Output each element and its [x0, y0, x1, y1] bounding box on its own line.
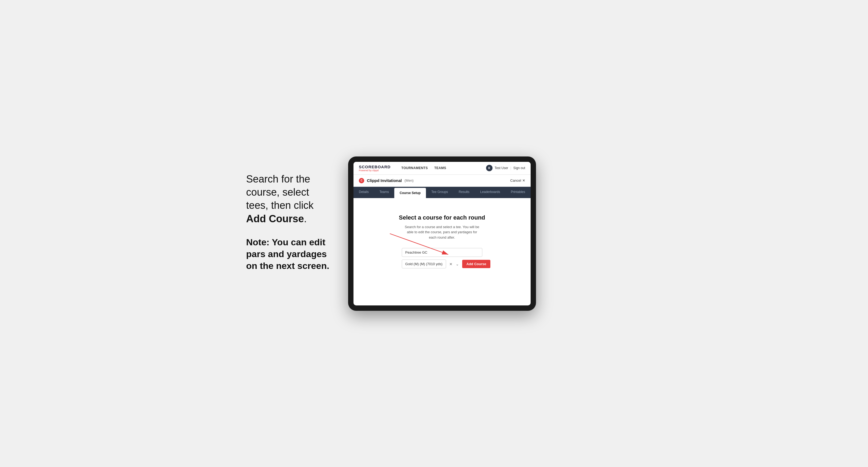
tablet-screen: SCOREBOARD Powered by clippd TOURNAMENTS… — [353, 162, 531, 305]
tab-details[interactable]: Details — [353, 187, 374, 198]
tournament-header: C Clippd Invitational (Men) Cancel ✕ — [353, 175, 531, 187]
logo-subtitle: Powered by clippd — [359, 169, 391, 172]
tab-results[interactable]: Results — [453, 187, 475, 198]
section-description: Search for a course and select a tee. Yo… — [404, 224, 479, 240]
tee-select-row: Gold (M) (M) (7010 yds) ✕ ⌄ Add Course — [402, 259, 482, 269]
instruction-text: Search for the course, select tees, then… — [246, 173, 332, 226]
sidebar-instructions: Search for the course, select tees, then… — [246, 156, 332, 272]
tournament-title-area: C Clippd Invitational (Men) — [359, 178, 413, 183]
main-content: Select a course for each round Search fo… — [353, 198, 531, 305]
user-name: Test User — [495, 166, 508, 170]
tab-course-setup[interactable]: Course Setup — [394, 188, 426, 198]
logo-title: SCOREBOARD — [359, 164, 391, 169]
logo-area: SCOREBOARD Powered by clippd — [359, 164, 391, 172]
nav-teams[interactable]: TEAMS — [434, 166, 446, 170]
signout-link[interactable]: Sign out — [514, 166, 525, 170]
tee-clear-button[interactable]: ✕ — [448, 261, 454, 267]
nav-tournaments[interactable]: TOURNAMENTS — [401, 166, 428, 170]
tab-teams[interactable]: Teams — [374, 187, 394, 198]
tournament-name: Clippd Invitational — [367, 178, 402, 183]
section-title: Select a course for each round — [399, 214, 485, 221]
user-area: R Test User | Sign out — [486, 165, 525, 171]
tee-select[interactable]: Gold (M) (M) (7010 yds) — [402, 259, 446, 269]
top-nav: SCOREBOARD Powered by clippd TOURNAMENTS… — [353, 162, 531, 175]
tee-toggle-button[interactable]: ⌄ — [455, 261, 460, 267]
main-nav: TOURNAMENTS TEAMS — [401, 166, 446, 170]
tee-select-controls: ✕ ⌄ — [448, 261, 460, 267]
tab-bar: Details Teams Course Setup Tee Groups Re… — [353, 187, 531, 198]
tab-printables[interactable]: Printables — [505, 187, 530, 198]
separator: | — [510, 166, 511, 170]
course-search-input[interactable] — [402, 248, 482, 257]
tablet-frame: SCOREBOARD Powered by clippd TOURNAMENTS… — [348, 156, 536, 311]
instruction-bold: Add Course — [246, 213, 304, 224]
cancel-button[interactable]: Cancel ✕ — [510, 179, 525, 183]
add-course-button[interactable]: Add Course — [462, 260, 491, 268]
tab-tee-groups[interactable]: Tee Groups — [426, 187, 453, 198]
tab-leaderboards[interactable]: Leaderboards — [475, 187, 505, 198]
tournament-format: (Men) — [404, 179, 413, 183]
avatar: R — [486, 165, 493, 171]
note-text: Note: You can edit pars and yardages on … — [246, 236, 332, 272]
tournament-icon: C — [359, 178, 364, 183]
